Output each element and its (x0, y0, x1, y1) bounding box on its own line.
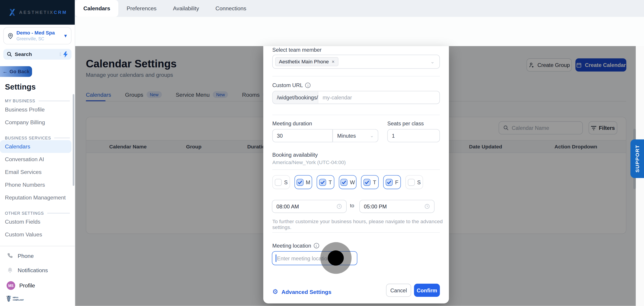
hipaa-compliant-logo: ☤ HIPAACOMPLIANT (6, 294, 75, 303)
bell-icon (6, 267, 14, 274)
checkbox-checked-icon (386, 179, 393, 186)
header-white-band (75, 17, 644, 46)
info-icon: i (314, 243, 319, 248)
day-checkbox-wednesday[interactable]: W (339, 175, 356, 189)
sidebar: AESTHETIXCRM Demo - Med Spa Greenville, … (0, 0, 75, 306)
phone-icon (6, 252, 14, 259)
chevron-down-icon: ▼ (63, 33, 68, 38)
cursor-pointer (328, 250, 344, 266)
day-checkbox-friday[interactable]: F (383, 175, 401, 189)
checkbox-checked-icon (319, 179, 326, 186)
topnav-tab-availability[interactable]: Availability (165, 0, 207, 17)
profile-label: Profile (19, 282, 35, 289)
sidebar-item-phone-numbers[interactable]: Phone Numbers (0, 178, 75, 191)
team-member-select[interactable]: Aesthetix Main Phone × ⌄ (272, 55, 440, 69)
checkbox-icon (408, 179, 414, 186)
section-label-business-services: BUSINESS SERVICES (5, 136, 70, 140)
day-checkbox-sunday[interactable]: S (272, 175, 290, 189)
chevron-down-icon: ⌄ (430, 59, 434, 65)
section-label-my-business: MY BUSINESS (5, 99, 70, 103)
checkbox-checked-icon (340, 179, 347, 186)
app-viewport: Calendars Preferences Availability Conne… (0, 0, 644, 306)
sidebar-item-phone[interactable]: Phone (0, 249, 75, 263)
day-checkbox-saturday[interactable]: S (406, 175, 423, 189)
modal-divider (272, 169, 440, 170)
meeting-duration-field[interactable] (272, 129, 333, 142)
seats-per-class-input[interactable] (388, 133, 440, 139)
sidebar-item-reputation-management[interactable]: Reputation Management (0, 191, 75, 204)
custom-url-label: Custom URL i (272, 82, 311, 88)
modal-divider (272, 76, 440, 77)
seats-per-class-label: Seats per class (387, 120, 424, 127)
create-calendar-modal: Select team member Aesthetix Main Phone … (263, 46, 449, 303)
chevron-down-icon: ⌄ (370, 133, 374, 138)
duration-unit-select[interactable]: Minutes ⌄ (333, 129, 378, 142)
avatar: MS (6, 281, 15, 290)
location-city: Greenville, SC (16, 36, 54, 42)
settings-title: Settings (5, 83, 75, 92)
sidebar-item-profile[interactable]: MS Profile (0, 277, 75, 294)
team-member-chip: Aesthetix Main Phone × (275, 57, 338, 66)
map-pin-icon (7, 32, 14, 39)
sidebar-item-notifications[interactable]: Notifications (0, 263, 75, 277)
go-back-label: Go Back (10, 69, 30, 75)
topnav-tab-connections[interactable]: Connections (207, 0, 254, 17)
support-tab-label: SUPPORT (634, 145, 640, 173)
sidebar-search-label: Search (15, 52, 32, 57)
end-time-picker[interactable]: 05:00 PM (359, 200, 434, 213)
day-checkbox-thursday[interactable]: T (361, 175, 378, 189)
booking-availability-label: Booking availability (272, 152, 318, 158)
day-checkbox-monday[interactable]: M (294, 175, 312, 189)
location-name: Demo - Med Spa (16, 30, 54, 36)
brand-logo-text: AESTHETIXCRM (19, 10, 67, 15)
go-back-button[interactable]: ← Go Back (0, 66, 32, 77)
custom-url-prefix: /widget/bookings/ (273, 91, 319, 104)
advanced-settings-label: Advanced Settings (282, 289, 332, 295)
seats-per-class-field[interactable] (387, 129, 440, 142)
business-hours-helper-text: To further customize your business hours… (272, 219, 449, 230)
location-selector[interactable]: Demo - Med Spa Greenville, SC ▼ (3, 27, 72, 44)
custom-url-input[interactable] (318, 95, 440, 101)
meeting-location-label: Meeting location i (272, 243, 319, 249)
sidebar-item-conversation-ai[interactable]: Conversation AI (0, 153, 75, 166)
sidebar-item-email-services[interactable]: Email Services (0, 166, 75, 178)
team-member-label: Select team member (272, 47, 322, 53)
end-time-value: 05:00 PM (364, 203, 386, 209)
sidebar-item-calendars[interactable]: Calendars (0, 140, 72, 153)
start-time-picker[interactable]: 08:00 AM (272, 200, 346, 213)
sidebar-item-company-billing[interactable]: Company Billing (0, 116, 75, 129)
confirm-button[interactable]: Confirm (414, 284, 440, 297)
topnav-tab-calendars[interactable]: Calendars (75, 0, 118, 17)
sidebar-search[interactable]: Search (3, 49, 72, 60)
checkbox-checked-icon (296, 179, 303, 186)
caduceus-icon: ☤ (6, 294, 12, 303)
checkbox-checked-icon (364, 179, 370, 186)
notifications-label: Notifications (18, 267, 48, 273)
location-text: Demo - Med Spa Greenville, SC (16, 30, 54, 42)
sidebar-item-custom-values[interactable]: Custom Values (0, 228, 75, 241)
start-time-value: 08:00 AM (276, 203, 299, 209)
sidebar-scrollbar[interactable] (73, 94, 74, 186)
brand-logo-icon (8, 8, 16, 17)
timezone-text: America/New_York (UTC-04:00) (272, 160, 346, 165)
cancel-button[interactable]: Cancel (386, 284, 411, 297)
topnav-tab-preferences[interactable]: Preferences (118, 0, 164, 17)
sidebar-item-business-profile[interactable]: Business Profile (0, 103, 75, 116)
arrow-left-icon: ← (2, 69, 8, 75)
clock-icon (336, 203, 342, 209)
day-checkbox-tuesday[interactable]: T (317, 175, 334, 189)
brand-logo: AESTHETIXCRM (0, 0, 75, 25)
clock-icon (424, 203, 430, 209)
sidebar-item-custom-fields[interactable]: Custom Fields (0, 215, 75, 228)
custom-url-field[interactable]: /widget/bookings/ (272, 91, 440, 104)
meeting-duration-input[interactable] (273, 133, 332, 139)
gear-icon: ⚙ (272, 288, 278, 295)
support-tab[interactable]: SUPPORT (630, 139, 644, 178)
time-range-to-label: to (350, 203, 354, 209)
search-icon (6, 52, 12, 57)
phone-label: Phone (18, 253, 34, 259)
duration-unit-value: Minutes (337, 133, 356, 139)
meeting-duration-label: Meeting duration (272, 120, 312, 127)
chip-remove-icon[interactable]: × (332, 59, 334, 65)
advanced-settings-link[interactable]: ⚙ Advanced Settings (272, 288, 332, 295)
